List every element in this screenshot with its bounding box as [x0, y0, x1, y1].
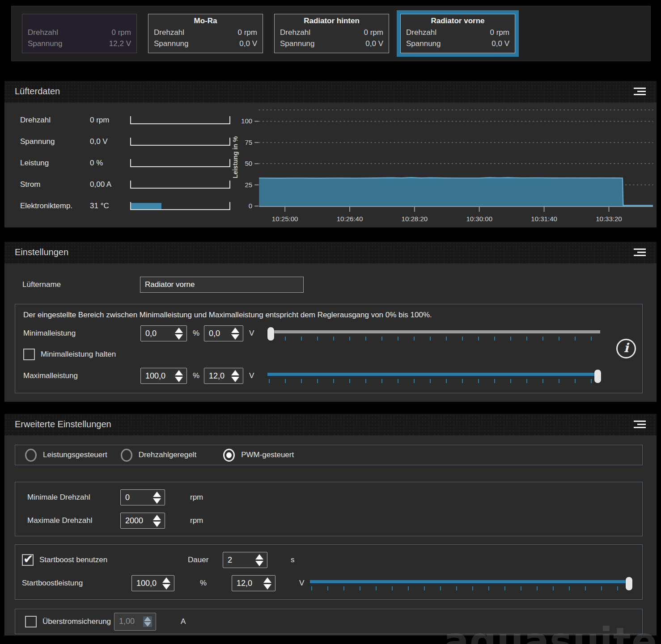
min-power-slider[interactable] [267, 324, 601, 342]
card-row-value: 0,0 V [365, 38, 383, 49]
mode-label: Drehzahlgeregelt [139, 450, 196, 459]
min-rpm-value: 0 [125, 493, 130, 502]
min-rpm-spinner[interactable]: 0 [120, 489, 165, 505]
fan-card-1[interactable]: Drehzahl0 rpm Spannung12,2 V [22, 14, 137, 53]
max-power-percent-value: 100,0 [145, 371, 165, 381]
panel-advanced: Erweiterte Einstellungen Leistungsgesteu… [4, 414, 657, 636]
card-row-label: Spannung [28, 38, 63, 49]
card-row-value: 0,0 V [239, 38, 257, 49]
radio-icon[interactable] [25, 449, 37, 462]
spinner-arrows-icon[interactable] [255, 554, 263, 566]
fan-data-bar [130, 138, 230, 146]
overcurrent-label: Überstromsicherung [42, 617, 111, 626]
hold-min-label: Minimalleistung halten [41, 350, 116, 359]
fan-data-bar [130, 202, 230, 210]
fan-card-mo-ra[interactable]: Mo-Ra Drehzahl0 rpm Spannung0,0 V [148, 14, 263, 53]
max-power-volt-spinner[interactable]: 12,0 [204, 368, 243, 384]
min-rpm-label: Minimale Drehzahl [27, 493, 120, 502]
panel-settings: Einstellungen Lüftername Der eingestellt… [4, 242, 657, 402]
max-rpm-label: Maximale Drehzahl [27, 516, 120, 525]
startboost-slider[interactable] [310, 574, 632, 592]
menu-icon[interactable] [634, 248, 646, 256]
fan-data-value: 31 °C [90, 202, 130, 210]
fan-selector-strip: Drehzahl0 rpm Spannung12,2 V Mo-Ra Drehz… [11, 6, 651, 61]
hold-min-row: Minimalleistung halten [23, 348, 634, 361]
svg-text:10:25:00: 10:25:00 [272, 215, 298, 223]
min-power-volt-spinner[interactable]: 0,0 [204, 325, 243, 341]
max-power-label: Maximalleistung [23, 371, 140, 380]
slider-ticks [269, 379, 600, 383]
fan-data-label: Elektroniktemp. [20, 202, 90, 210]
startboost-percent-spinner[interactable]: 100,0 [131, 575, 174, 591]
spinner-arrows-icon[interactable] [162, 577, 170, 589]
startboost-volt-spinner[interactable]: 12,0 [232, 575, 275, 591]
max-rpm-spinner[interactable]: 2000 [120, 513, 165, 529]
mode-leistungsgesteuert[interactable]: Leistungsgesteuert [25, 449, 107, 462]
fan-data-bar [130, 159, 230, 167]
startboost-row: Startboost benutzen Dauer 2 s [22, 551, 634, 569]
fan-card-title: Radiator vorne [406, 15, 509, 27]
startboost-power-label: Startboostleistung [22, 579, 131, 588]
volt-unit-label: V [243, 329, 267, 338]
spinner-arrows-icon[interactable] [175, 328, 183, 340]
radio-icon[interactable] [121, 449, 132, 462]
spinner-arrows-icon[interactable] [153, 515, 161, 527]
card-row-value: 0 rpm [112, 27, 131, 38]
min-power-volt-value: 0,0 [209, 329, 220, 338]
startboost-groupbox: Startboost benutzen Dauer 2 s Startboost… [15, 544, 643, 600]
svg-text:75: 75 [245, 139, 252, 146]
card-row-value: 0 rpm [364, 27, 383, 38]
fan-chart: 025507510010:25:0010:26:4010:28:2010:30:… [230, 103, 657, 227]
percent-unit-label: % [187, 371, 204, 380]
percent-unit-label: % [187, 329, 204, 338]
spinner-arrows-icon[interactable] [231, 370, 239, 382]
slider-thumb[interactable] [267, 327, 274, 341]
spinner-arrows-icon[interactable] [231, 328, 239, 340]
min-power-percent-spinner[interactable]: 0,0 [140, 325, 187, 341]
max-power-slider[interactable] [267, 367, 601, 385]
radio-icon[interactable] [223, 449, 235, 462]
min-power-label: Minimalleistung [23, 329, 140, 338]
slider-ticks [269, 337, 600, 341]
spinner-arrows-icon[interactable] [263, 577, 271, 589]
fan-data-value: 0 % [90, 159, 130, 168]
fan-data-value: 0 rpm [90, 116, 130, 125]
duration-spinner[interactable]: 2 [223, 552, 267, 568]
card-row-label: Spannung [280, 38, 315, 49]
startboost-power-row: Startboostleistung 100,0 % 12,0 V [22, 574, 634, 592]
svg-text:25: 25 [245, 181, 252, 189]
fan-card-title [28, 16, 131, 27]
svg-text:10:33:20: 10:33:20 [596, 215, 622, 223]
panel-title: Erweiterte Einstellungen [15, 419, 111, 429]
mode-drehzahlgeregelt[interactable]: Drehzahlgeregelt [121, 449, 196, 462]
slider-thumb[interactable] [626, 577, 632, 590]
spinner-arrows-icon[interactable] [153, 492, 161, 504]
info-icon[interactable] [616, 339, 636, 358]
slider-thumb[interactable] [594, 370, 601, 383]
fan-data-bar [130, 116, 230, 124]
fan-card-title: Radiator hinten [280, 15, 383, 27]
startboost-percent-value: 100,0 [136, 579, 157, 588]
card-row-label: Drehzahl [154, 27, 184, 38]
max-power-percent-spinner[interactable]: 100,0 [140, 368, 187, 384]
svg-text:10:26:40: 10:26:40 [337, 215, 363, 223]
fan-card-radiator-hinten[interactable]: Radiator hinten Drehzahl0 rpm Spannung0,… [274, 14, 389, 53]
fan-data-row: Elektroniktemp. 31 °C [20, 195, 230, 217]
overcurrent-checkbox[interactable] [25, 616, 37, 627]
startboost-checkbox[interactable] [22, 554, 34, 566]
svg-text:10:31:40: 10:31:40 [531, 215, 557, 223]
card-row-value: 0 rpm [238, 27, 257, 38]
max-rpm-value: 2000 [125, 516, 143, 526]
fan-data-value: 0,0 V [90, 137, 130, 146]
min-power-row: Minimalleistung 0,0 % 0,0 V [23, 325, 634, 341]
mode-pwm-gesteuert[interactable]: PWM-gesteuert [223, 449, 294, 462]
menu-icon[interactable] [634, 421, 646, 428]
panel-title: Lüfterdaten [15, 86, 60, 97]
spinner-arrows-icon[interactable] [175, 370, 183, 382]
fan-card-radiator-vorne[interactable]: Radiator vorne Drehzahl0 rpm Spannung0,0… [400, 14, 515, 53]
hold-min-checkbox[interactable] [23, 349, 35, 360]
fan-name-input[interactable] [140, 277, 304, 293]
card-row-value: 0 rpm [490, 27, 509, 38]
ampere-unit-label: A [181, 617, 186, 626]
menu-icon[interactable] [634, 88, 646, 95]
